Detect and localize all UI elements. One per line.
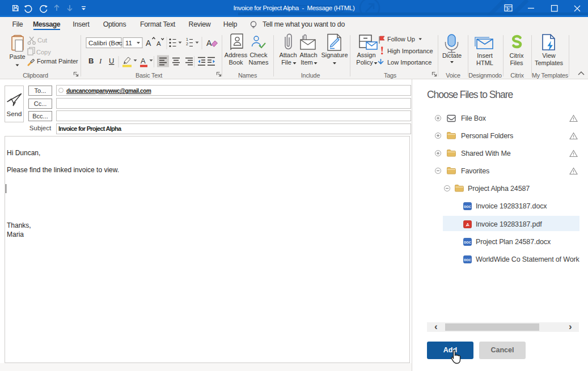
svg-text:Calibri (Boc: Calibri (Boc <box>88 40 122 46</box>
svg-text:Attach: Attach <box>299 52 317 58</box>
svg-text:B: B <box>88 57 94 65</box>
svg-text:File: File <box>281 59 291 66</box>
svg-text:Templates: Templates <box>535 59 564 66</box>
svg-text:Names: Names <box>249 59 269 66</box>
svg-text:Files: Files <box>510 59 523 66</box>
svg-text:Cut: Cut <box>37 37 47 44</box>
svg-text:Paste: Paste <box>9 53 25 60</box>
svg-text:Send: Send <box>7 110 22 117</box>
svg-text:Low Importance: Low Importance <box>387 59 432 66</box>
svg-text:High Importance: High Importance <box>387 48 433 54</box>
svg-text:Assign: Assign <box>357 52 375 58</box>
svg-text:View: View <box>542 52 556 59</box>
svg-text:Book: Book <box>229 59 243 66</box>
svg-text:U: U <box>109 57 114 65</box>
svg-text:11: 11 <box>125 40 132 46</box>
svg-text:HTML: HTML <box>476 59 493 66</box>
svg-text:Insert: Insert <box>477 52 493 59</box>
svg-text:Follow Up: Follow Up <box>387 36 415 42</box>
svg-text:Address: Address <box>225 52 248 58</box>
svg-text:Signature: Signature <box>321 52 348 58</box>
svg-text:A: A <box>206 39 212 48</box>
svg-text:Dictate: Dictate <box>442 52 462 59</box>
svg-text:DOC: DOC <box>464 204 471 208</box>
svg-text:1: 1 <box>186 37 188 41</box>
svg-text:Format Painter: Format Painter <box>37 58 78 65</box>
svg-text:A: A <box>141 57 146 65</box>
svg-text:Check: Check <box>249 52 268 58</box>
svg-text:A: A <box>156 40 161 47</box>
svg-text:I: I <box>99 57 102 65</box>
svg-text:Citrix: Citrix <box>509 52 524 59</box>
svg-text:Copy: Copy <box>36 49 51 56</box>
svg-text:DOC: DOC <box>464 240 471 244</box>
svg-text:A: A <box>146 39 151 48</box>
svg-text:2: 2 <box>186 42 188 46</box>
svg-text:Item: Item <box>301 59 312 66</box>
svg-text:Attach: Attach <box>279 52 297 58</box>
svg-text:DOC: DOC <box>464 258 471 261</box>
svg-text:Policy: Policy <box>356 59 373 66</box>
